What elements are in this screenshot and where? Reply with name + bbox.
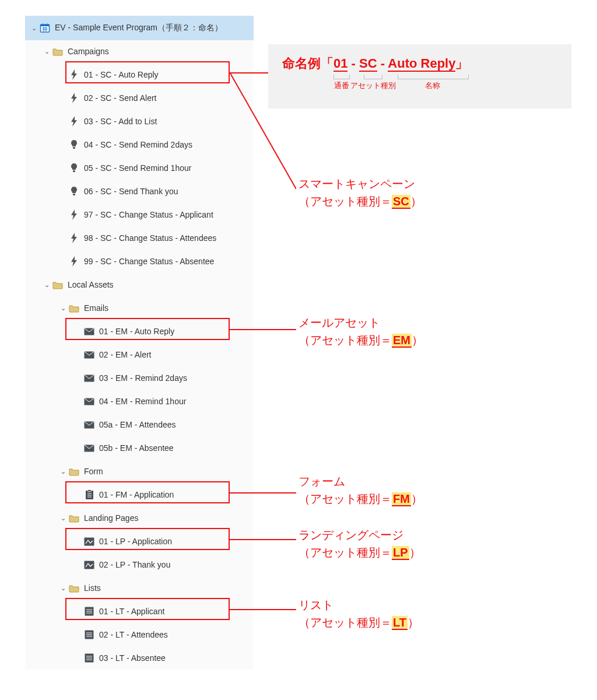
tree-node-sc[interactable]: - 04 - SC - Send Remind 2days — [26, 133, 253, 156]
callout-title: 命名例「01 - SC - Auto Reply」 — [282, 55, 557, 72]
tree-node-email[interactable]: - 02 - EM - Alert — [26, 343, 253, 366]
tree-node-campaigns-folder[interactable]: ⌄ Campaigns — [26, 40, 253, 63]
tree-node-list[interactable]: - 01 - LT - Applicant — [26, 600, 253, 623]
callout-naming-example: 命名例「01 - SC - Auto Reply」 通番 アセット種別 名称 — [268, 44, 571, 108]
svg-rect-10 — [73, 194, 75, 195]
page-icon — [84, 536, 94, 547]
tree-node-list[interactable]: - 03 - LT - Absentee — [26, 646, 253, 670]
mail-icon — [84, 419, 94, 430]
annotation-lp: ランディングページ （アセット種別＝LP） — [298, 526, 421, 561]
tree-label: Landing Pages — [84, 513, 138, 523]
caret-icon[interactable]: ⌄ — [42, 48, 51, 55]
bolt-icon — [69, 209, 79, 220]
svg-rect-18 — [87, 490, 91, 492]
tree-label: Emails — [84, 303, 108, 313]
bolt-icon — [69, 93, 79, 103]
tree-node-lp[interactable]: - 02 - LP - Thank you — [26, 553, 253, 576]
list-icon — [84, 606, 94, 617]
tree-node-sc[interactable]: - 98 - SC - Change Status - Attendees — [26, 226, 253, 250]
tree-node-program[interactable]: ⌄ EV - Sample Event Program（手順２：命名） — [26, 16, 253, 40]
bulb-icon — [69, 163, 79, 173]
folder-icon — [69, 303, 79, 313]
tree-label: 05b - EM - Absentee — [99, 443, 174, 453]
tree-panel: ⌄ EV - Sample Event Program（手順２：命名） ⌄ Ca… — [26, 16, 253, 670]
caret-icon[interactable]: ⌄ — [29, 24, 38, 32]
bracket-label: アセット種別 — [350, 80, 396, 91]
annotation-fm: フォーム （アセット種別＝FM） — [298, 473, 423, 508]
tree-label: 02 - EM - Alert — [99, 350, 151, 359]
bracket-label: 通番 — [334, 80, 349, 91]
tree-node-email[interactable]: - 05b - EM - Absentee — [26, 436, 253, 460]
tree-node-email[interactable]: - 03 - EM - Remind 2days — [26, 366, 253, 390]
tree-node-form[interactable]: - 01 - FM - Application — [26, 483, 253, 506]
bulb-icon — [69, 139, 79, 150]
tree-label: Local Assets — [68, 280, 114, 289]
tree-node-sc[interactable]: - 99 - SC - Change Status - Absentee — [26, 250, 253, 273]
bolt-icon — [69, 116, 79, 127]
tree-label: Form — [84, 467, 103, 476]
annotation-em: メールアセット （アセット種別＝EM） — [298, 314, 423, 349]
caret-icon[interactable]: ⌄ — [58, 514, 68, 522]
bolt-icon — [69, 256, 79, 267]
mail-icon — [84, 443, 94, 453]
caret-icon[interactable]: ⌄ — [42, 281, 51, 289]
tree-label: 01 - LP - Application — [99, 537, 172, 546]
tree-node-lp-folder[interactable]: ⌄ Landing Pages — [26, 506, 253, 530]
folder-icon — [52, 46, 63, 57]
bracket-label: 名称 — [425, 80, 440, 91]
tree-node-email[interactable]: - 01 - EM - Auto Reply — [26, 320, 253, 343]
mail-icon — [84, 396, 94, 407]
bolt-icon — [69, 69, 79, 80]
caret-icon[interactable]: ⌄ — [58, 584, 68, 592]
mail-icon — [84, 349, 94, 360]
folder-icon — [69, 583, 79, 593]
caret-icon[interactable]: ⌄ — [58, 304, 68, 312]
mail-icon — [84, 373, 94, 383]
list-icon — [84, 653, 94, 663]
tree-label: 98 - SC - Change Status - Attendees — [84, 233, 216, 243]
tree-node-local-folder[interactable]: ⌄ Local Assets — [26, 273, 253, 296]
annotation-sc: スマートキャンペーン （アセット種別＝SC） — [298, 175, 422, 210]
tree-node-email[interactable]: - 05a - EM - Attendees — [26, 413, 253, 436]
calendar-icon — [40, 23, 50, 33]
tree-node-email[interactable]: - 04 - EM - Remind 1hour — [26, 390, 253, 413]
folder-icon — [69, 513, 79, 523]
tree-label: 03 - SC - Add to List — [84, 117, 157, 126]
svg-rect-9 — [73, 170, 75, 172]
tree-label: 01 - FM - Application — [99, 490, 174, 499]
tree-node-sc[interactable]: - 97 - SC - Change Status - Applicant — [26, 203, 253, 226]
bulb-icon — [69, 186, 79, 197]
tree-label: Campaigns — [68, 47, 109, 56]
tree-node-lists-folder[interactable]: ⌄ Lists — [26, 576, 253, 600]
svg-rect-8 — [73, 147, 75, 149]
mail-icon — [84, 326, 94, 337]
tree-label: 03 - LT - Absentee — [99, 653, 166, 663]
caret-icon[interactable]: ⌄ — [58, 468, 68, 475]
annotation-lt: リスト （アセット種別＝LT） — [298, 596, 419, 631]
tree-label: 04 - SC - Send Remind 2days — [84, 140, 192, 149]
tree-node-form-folder[interactable]: ⌄ Form — [26, 460, 253, 483]
tree-node-sc[interactable]: - 02 - SC - Send Alert — [26, 86, 253, 110]
tree-label: 04 - EM - Remind 1hour — [99, 397, 186, 406]
tree-label: 97 - SC - Change Status - Applicant — [84, 210, 213, 219]
bolt-icon — [69, 233, 79, 243]
tree-label: 02 - LP - Thank you — [99, 560, 170, 569]
folder-icon — [69, 466, 79, 477]
tree-label: 05a - EM - Attendees — [99, 420, 176, 429]
tree-node-sc[interactable]: - 05 - SC - Send Remind 1hour — [26, 156, 253, 180]
tree-node-sc[interactable]: - 06 - SC - Send Thank you — [26, 180, 253, 203]
tree-label: 05 - SC - Send Remind 1hour — [84, 163, 191, 173]
tree-label: EV - Sample Event Program（手順２：命名） — [55, 23, 223, 33]
tree-node-list[interactable]: - 02 - LT - Attendees — [26, 623, 253, 646]
tree-node-sc[interactable]: - 01 - SC - Auto Reply — [26, 63, 253, 86]
tree-node-lp[interactable]: - 01 - LP - Application — [26, 530, 253, 553]
tree-label: 01 - SC - Auto Reply — [84, 70, 159, 79]
tree-label: 06 - SC - Send Thank you — [84, 187, 178, 196]
tree-node-emails-folder[interactable]: ⌄ Emails — [26, 296, 253, 320]
tree-node-sc[interactable]: - 03 - SC - Add to List — [26, 110, 253, 133]
tree-label: 02 - SC - Send Alert — [84, 93, 157, 103]
tree-label: 01 - LT - Applicant — [99, 607, 164, 616]
clipboard-icon — [84, 489, 94, 500]
tree-label: 01 - EM - Auto Reply — [99, 327, 174, 336]
tree-label: Lists — [84, 583, 101, 593]
